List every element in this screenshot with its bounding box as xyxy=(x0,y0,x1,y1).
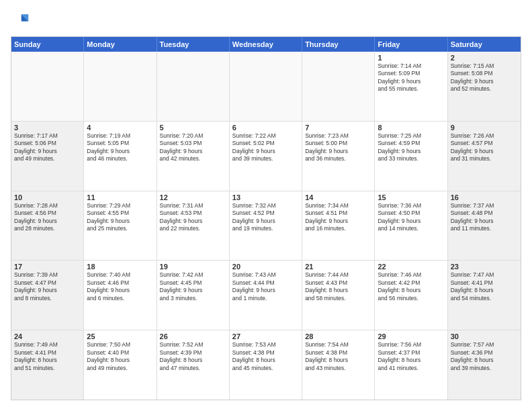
day-info: Sunrise: 7:40 AM Sunset: 4:46 PM Dayligh… xyxy=(87,271,153,302)
header-day-tuesday: Tuesday xyxy=(157,37,230,52)
day-info: Sunrise: 7:52 AM Sunset: 4:39 PM Dayligh… xyxy=(160,341,226,372)
day-info: Sunrise: 7:37 AM Sunset: 4:48 PM Dayligh… xyxy=(451,202,518,233)
day-number: 13 xyxy=(232,193,299,201)
calendar-cell: 2Sunrise: 7:15 AM Sunset: 5:08 PM Daylig… xyxy=(448,52,521,121)
calendar-cell: 17Sunrise: 7:39 AM Sunset: 4:47 PM Dayli… xyxy=(11,261,84,330)
day-info: Sunrise: 7:22 AM Sunset: 5:02 PM Dayligh… xyxy=(232,132,299,163)
day-info: Sunrise: 7:29 AM Sunset: 4:55 PM Dayligh… xyxy=(87,202,153,233)
calendar-cell: 3Sunrise: 7:17 AM Sunset: 5:06 PM Daylig… xyxy=(11,122,84,191)
calendar-week-3: 17Sunrise: 7:39 AM Sunset: 4:47 PM Dayli… xyxy=(11,261,521,330)
calendar-cell: 26Sunrise: 7:52 AM Sunset: 4:39 PM Dayli… xyxy=(157,330,230,400)
day-number: 1 xyxy=(378,54,444,62)
calendar-cell xyxy=(230,52,302,121)
logo xyxy=(11,11,32,30)
calendar-week-2: 10Sunrise: 7:28 AM Sunset: 4:56 PM Dayli… xyxy=(11,191,521,261)
day-number: 29 xyxy=(378,332,444,340)
calendar-cell: 16Sunrise: 7:37 AM Sunset: 4:48 PM Dayli… xyxy=(448,191,521,261)
header-day-friday: Friday xyxy=(375,37,447,52)
day-info: Sunrise: 7:19 AM Sunset: 5:05 PM Dayligh… xyxy=(87,132,153,163)
day-info: Sunrise: 7:49 AM Sunset: 4:41 PM Dayligh… xyxy=(14,341,81,372)
calendar-cell: 8Sunrise: 7:25 AM Sunset: 4:59 PM Daylig… xyxy=(375,122,447,191)
calendar-cell xyxy=(84,52,157,121)
day-number: 11 xyxy=(87,193,153,201)
calendar-cell xyxy=(302,52,375,121)
calendar-cell xyxy=(11,52,84,121)
calendar-cell: 14Sunrise: 7:34 AM Sunset: 4:51 PM Dayli… xyxy=(302,191,375,261)
day-info: Sunrise: 7:42 AM Sunset: 4:45 PM Dayligh… xyxy=(160,271,226,302)
day-info: Sunrise: 7:26 AM Sunset: 4:57 PM Dayligh… xyxy=(451,132,518,163)
calendar-cell: 25Sunrise: 7:50 AM Sunset: 4:40 PM Dayli… xyxy=(84,330,157,400)
day-number: 4 xyxy=(87,124,153,132)
day-info: Sunrise: 7:43 AM Sunset: 4:44 PM Dayligh… xyxy=(232,271,299,302)
calendar-cell: 4Sunrise: 7:19 AM Sunset: 5:05 PM Daylig… xyxy=(84,122,157,191)
day-info: Sunrise: 7:56 AM Sunset: 4:37 PM Dayligh… xyxy=(378,341,444,372)
calendar-cell: 5Sunrise: 7:20 AM Sunset: 5:03 PM Daylig… xyxy=(157,122,230,191)
day-info: Sunrise: 7:50 AM Sunset: 4:40 PM Dayligh… xyxy=(87,341,153,372)
day-info: Sunrise: 7:32 AM Sunset: 4:52 PM Dayligh… xyxy=(232,202,299,233)
day-number: 6 xyxy=(232,124,299,132)
day-info: Sunrise: 7:57 AM Sunset: 4:36 PM Dayligh… xyxy=(451,341,518,372)
day-number: 7 xyxy=(305,124,371,132)
calendar-cell: 27Sunrise: 7:53 AM Sunset: 4:38 PM Dayli… xyxy=(230,330,302,400)
header-day-sunday: Sunday xyxy=(11,37,84,52)
day-number: 23 xyxy=(451,263,518,271)
calendar-cell: 10Sunrise: 7:28 AM Sunset: 4:56 PM Dayli… xyxy=(11,191,84,261)
header-day-saturday: Saturday xyxy=(448,37,521,52)
calendar-cell: 29Sunrise: 7:56 AM Sunset: 4:37 PM Dayli… xyxy=(375,330,447,400)
day-number: 17 xyxy=(14,263,81,271)
day-number: 28 xyxy=(305,332,371,340)
day-info: Sunrise: 7:34 AM Sunset: 4:51 PM Dayligh… xyxy=(305,202,371,233)
day-number: 30 xyxy=(451,332,518,340)
day-number: 9 xyxy=(451,124,518,132)
calendar-cell: 23Sunrise: 7:47 AM Sunset: 4:41 PM Dayli… xyxy=(448,261,521,330)
day-info: Sunrise: 7:28 AM Sunset: 4:56 PM Dayligh… xyxy=(14,202,81,233)
day-number: 15 xyxy=(378,193,444,201)
calendar-cell: 13Sunrise: 7:32 AM Sunset: 4:52 PM Dayli… xyxy=(230,191,302,261)
day-number: 5 xyxy=(160,124,226,132)
header-day-monday: Monday xyxy=(84,37,157,52)
day-info: Sunrise: 7:25 AM Sunset: 4:59 PM Dayligh… xyxy=(378,132,444,163)
day-info: Sunrise: 7:15 AM Sunset: 5:08 PM Dayligh… xyxy=(451,62,518,93)
calendar-week-1: 3Sunrise: 7:17 AM Sunset: 5:06 PM Daylig… xyxy=(11,122,521,191)
day-number: 16 xyxy=(451,193,518,201)
calendar-cell: 20Sunrise: 7:43 AM Sunset: 4:44 PM Dayli… xyxy=(230,261,302,330)
day-number: 20 xyxy=(232,263,299,271)
calendar-cell: 15Sunrise: 7:36 AM Sunset: 4:50 PM Dayli… xyxy=(375,191,447,261)
day-number: 8 xyxy=(378,124,444,132)
day-number: 2 xyxy=(451,54,518,62)
day-info: Sunrise: 7:31 AM Sunset: 4:53 PM Dayligh… xyxy=(160,202,226,233)
calendar-cell: 18Sunrise: 7:40 AM Sunset: 4:46 PM Dayli… xyxy=(84,261,157,330)
header xyxy=(11,11,521,30)
day-number: 22 xyxy=(378,263,444,271)
day-number: 21 xyxy=(305,263,371,271)
day-info: Sunrise: 7:23 AM Sunset: 5:00 PM Dayligh… xyxy=(305,132,371,163)
day-info: Sunrise: 7:53 AM Sunset: 4:38 PM Dayligh… xyxy=(232,341,299,372)
calendar-cell: 7Sunrise: 7:23 AM Sunset: 5:00 PM Daylig… xyxy=(302,122,375,191)
calendar-cell: 28Sunrise: 7:54 AM Sunset: 4:38 PM Dayli… xyxy=(302,330,375,400)
calendar-cell: 19Sunrise: 7:42 AM Sunset: 4:45 PM Dayli… xyxy=(157,261,230,330)
day-info: Sunrise: 7:54 AM Sunset: 4:38 PM Dayligh… xyxy=(305,341,371,372)
day-info: Sunrise: 7:39 AM Sunset: 4:47 PM Dayligh… xyxy=(14,271,81,302)
calendar-cell: 9Sunrise: 7:26 AM Sunset: 4:57 PM Daylig… xyxy=(448,122,521,191)
calendar-header: SundayMondayTuesdayWednesdayThursdayFrid… xyxy=(11,37,521,52)
calendar-cell: 6Sunrise: 7:22 AM Sunset: 5:02 PM Daylig… xyxy=(230,122,302,191)
header-day-wednesday: Wednesday xyxy=(230,37,302,52)
day-info: Sunrise: 7:36 AM Sunset: 4:50 PM Dayligh… xyxy=(378,202,444,233)
calendar-cell: 30Sunrise: 7:57 AM Sunset: 4:36 PM Dayli… xyxy=(448,330,521,400)
day-number: 26 xyxy=(160,332,226,340)
calendar: SundayMondayTuesdayWednesdayThursdayFrid… xyxy=(11,36,521,400)
day-number: 24 xyxy=(14,332,81,340)
calendar-cell xyxy=(157,52,230,121)
calendar-cell: 22Sunrise: 7:46 AM Sunset: 4:42 PM Dayli… xyxy=(375,261,447,330)
calendar-cell: 12Sunrise: 7:31 AM Sunset: 4:53 PM Dayli… xyxy=(157,191,230,261)
calendar-cell: 11Sunrise: 7:29 AM Sunset: 4:55 PM Dayli… xyxy=(84,191,157,261)
day-number: 18 xyxy=(87,263,153,271)
day-number: 12 xyxy=(160,193,226,201)
day-info: Sunrise: 7:17 AM Sunset: 5:06 PM Dayligh… xyxy=(14,132,81,163)
day-info: Sunrise: 7:46 AM Sunset: 4:42 PM Dayligh… xyxy=(378,271,444,302)
page: SundayMondayTuesdayWednesdayThursdayFrid… xyxy=(0,0,532,411)
day-info: Sunrise: 7:14 AM Sunset: 5:09 PM Dayligh… xyxy=(378,62,444,93)
day-info: Sunrise: 7:20 AM Sunset: 5:03 PM Dayligh… xyxy=(160,132,226,163)
day-number: 27 xyxy=(232,332,299,340)
day-number: 25 xyxy=(87,332,153,340)
